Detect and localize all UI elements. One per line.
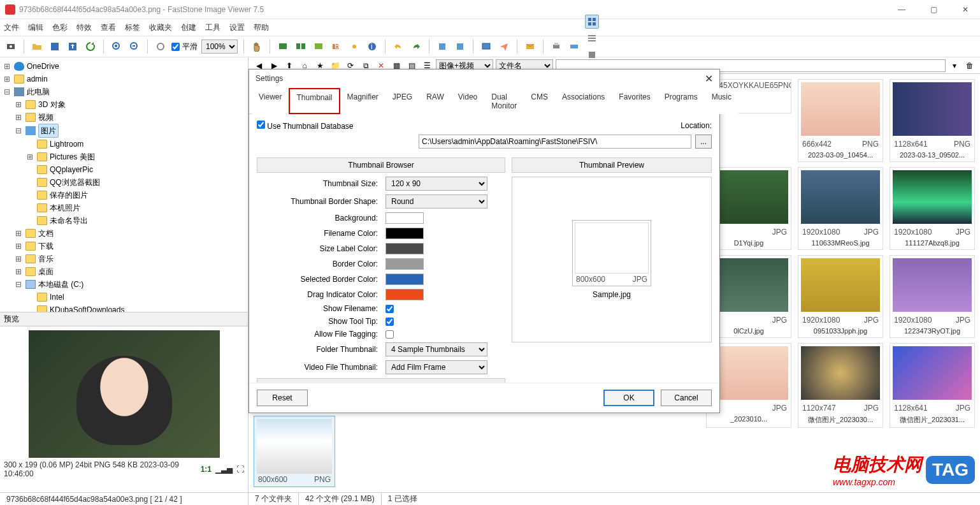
show-filename-checkbox[interactable]	[386, 305, 394, 313]
thumbnail-preview-box: 800x600JPG Sample.jpg	[512, 177, 712, 342]
thumb-item[interactable]: 1920x1080JPG0951033Jpph.jpg	[798, 255, 883, 338]
use-db-checkbox[interactable]: Use Thumbnail Database	[257, 121, 354, 131]
close-button[interactable]: ✕	[956, 5, 975, 14]
zoomin-icon[interactable]	[110, 40, 124, 54]
reload-icon[interactable]	[83, 40, 97, 54]
drag-color-swatch[interactable]	[386, 289, 424, 300]
tab-magnifier[interactable]: Magnifier	[340, 88, 386, 114]
fit-icon[interactable]	[154, 40, 168, 54]
video-thumb-select[interactable]: Add Film Frame	[386, 360, 487, 374]
email-icon[interactable]	[523, 40, 537, 54]
tab-dual[interactable]: Dual Monitor	[484, 88, 524, 114]
border-shape-select[interactable]: Round	[386, 194, 487, 209]
menu-effect[interactable]: 特效	[76, 22, 92, 33]
thumb-item[interactable]: 666x442PNG2023-03-09_10454...	[798, 79, 883, 162]
sz-color-swatch[interactable]	[386, 243, 424, 254]
reset-button[interactable]: Reset	[257, 390, 308, 406]
thumb-size-select[interactable]: 120 x 90	[386, 177, 487, 191]
smooth-checkbox[interactable]: 平滑	[171, 41, 198, 52]
tab-cms[interactable]: CMS	[524, 88, 555, 114]
tree-selected[interactable]: 图片	[38, 124, 59, 138]
dialog-close-button[interactable]: ✕	[705, 73, 713, 85]
rotate-left-icon[interactable]	[435, 40, 449, 54]
view-list-icon[interactable]	[585, 31, 599, 45]
sel-border-color-swatch[interactable]	[386, 274, 424, 285]
menu-settings[interactable]: 设置	[229, 22, 245, 33]
compare-icon[interactable]	[294, 40, 308, 54]
menu-help[interactable]: 帮助	[254, 22, 269, 33]
zoomout-icon[interactable]	[127, 40, 141, 54]
show-tooltip-checkbox[interactable]	[386, 318, 394, 326]
menu-tag[interactable]: 标签	[125, 22, 140, 33]
print-icon[interactable]	[549, 40, 563, 54]
selected-thumb[interactable]: 800x600PNG	[254, 416, 335, 487]
ok-button[interactable]: OK	[603, 390, 654, 406]
svg-rect-2	[51, 43, 59, 50]
view-thumbnails-icon[interactable]	[585, 15, 599, 29]
menu-create[interactable]: 创建	[181, 22, 196, 33]
menu-favorites[interactable]: 收藏夹	[149, 22, 172, 33]
maximize-button[interactable]: ▢	[924, 5, 943, 14]
menu-edit[interactable]: 编辑	[28, 22, 43, 33]
fn-color-swatch[interactable]	[386, 228, 424, 239]
thumb-item[interactable]: 1920x1080JPG111127Abzq8.jpg	[890, 167, 975, 250]
slideshow-icon[interactable]	[276, 40, 290, 54]
open-icon[interactable]	[30, 40, 44, 54]
menu-color[interactable]: 色彩	[52, 22, 68, 33]
send-icon[interactable]	[497, 40, 511, 54]
tab-assoc[interactable]: Associations	[555, 88, 612, 114]
tab-thumbnail[interactable]: Thumbnail	[289, 88, 340, 114]
browse-button[interactable]: ...	[695, 135, 712, 149]
svg-point-1	[10, 45, 12, 48]
tab-programs[interactable]: Programs	[658, 88, 705, 114]
undo-icon[interactable]	[391, 40, 405, 54]
settings-tabs: Viewer Thumbnail Magnifier JPEG RAW Vide…	[249, 87, 719, 114]
info-icon[interactable]: i	[365, 40, 379, 54]
tag-icon[interactable]	[312, 40, 326, 54]
folder-tree[interactable]: ⊞OneDrive ⊞admin ⊟此电脑 ⊞3D 对象 ⊞视频 ⊟图片 Lig…	[0, 57, 248, 312]
trash-icon[interactable]: 🗑	[963, 59, 976, 72]
svg-text:B: B	[335, 41, 340, 50]
allow-tagging-checkbox[interactable]	[386, 330, 394, 339]
thumb-item[interactable]: 1128x641PNG2023-03-13_09502...	[890, 79, 975, 162]
zoom-select[interactable]: 100%	[201, 40, 238, 54]
folder-thumb-select[interactable]: 4 Sample Thumbnails	[386, 342, 487, 356]
histogram-icon[interactable]: ▁▃▅	[215, 465, 233, 474]
svg-rect-29	[588, 40, 596, 41]
dialog-title: Settings	[256, 74, 283, 83]
save-icon[interactable]	[48, 40, 62, 54]
minimize-button[interactable]: —	[892, 5, 911, 14]
menu-tools[interactable]: 工具	[205, 22, 220, 33]
border-color-swatch[interactable]	[386, 258, 424, 270]
rotate-right-icon[interactable]	[453, 40, 467, 54]
tab-raw[interactable]: RAW	[419, 88, 451, 114]
cancel-button[interactable]: Cancel	[661, 390, 712, 406]
thumb-item[interactable]: 1920x1080JPG110633MReoS.jpg	[798, 167, 883, 250]
location-input[interactable]	[419, 135, 691, 149]
scan-icon[interactable]	[567, 40, 581, 54]
saveas-icon[interactable]	[66, 40, 80, 54]
svg-rect-7	[279, 43, 287, 49]
thumb-item[interactable]: 1128x641JPG微信图片_2023031...	[890, 343, 975, 428]
dropdown-icon[interactable]: ▾	[948, 59, 961, 72]
tab-music[interactable]: Music	[705, 88, 739, 114]
svg-rect-21	[554, 43, 558, 45]
tab-viewer[interactable]: Viewer	[252, 88, 289, 114]
tab-jpeg[interactable]: JPEG	[386, 88, 419, 114]
svg-rect-8	[296, 43, 300, 49]
tab-video[interactable]: Video	[451, 88, 484, 114]
wallpaper-icon[interactable]	[479, 40, 493, 54]
bg-color-swatch[interactable]	[386, 212, 424, 224]
sun-icon[interactable]	[347, 40, 361, 54]
acquire-icon[interactable]	[4, 40, 18, 54]
tree-panel-header: Folder Tree	[257, 378, 505, 383]
redo-icon[interactable]	[409, 40, 423, 54]
tab-fav[interactable]: Favorites	[612, 88, 657, 114]
fit-icon[interactable]: ⛶	[236, 465, 244, 474]
thumb-item[interactable]: 1120x747JPG微信图片_2023030...	[798, 343, 883, 428]
menu-view[interactable]: 查看	[101, 22, 116, 33]
menu-file[interactable]: 文件	[4, 22, 19, 33]
batch-icon[interactable]: B	[329, 40, 343, 54]
thumb-item[interactable]: 1920x1080JPG1223473RyOT.jpg	[890, 255, 975, 338]
hand-icon[interactable]	[250, 40, 264, 54]
